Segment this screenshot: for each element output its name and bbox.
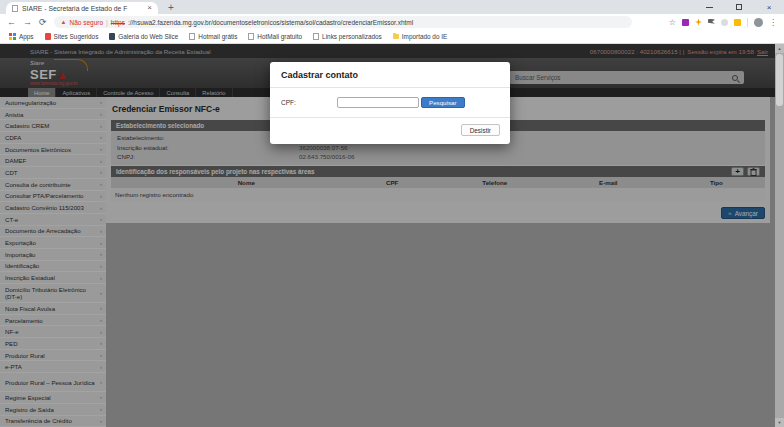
omnibox-separator: | bbox=[106, 19, 108, 26]
folder-icon bbox=[393, 34, 399, 39]
bookmark-star-icon[interactable]: ☆ bbox=[669, 18, 676, 27]
bookmark-label: Importado do IE bbox=[402, 33, 447, 40]
extension-sparkle-icon[interactable] bbox=[695, 19, 702, 26]
bookmark-importado-ie[interactable]: Importado do IE bbox=[393, 33, 447, 40]
scroll-down-icon[interactable]: ▼ bbox=[775, 418, 784, 427]
cpf-form-row: CPF: Pesquisar bbox=[270, 88, 510, 117]
bookmark-galeria-web-slice[interactable]: Galeria do Web Slice bbox=[109, 33, 178, 40]
reload-icon[interactable]: ⟳ bbox=[39, 18, 47, 27]
scroll-up-icon[interactable]: ▲ bbox=[775, 44, 784, 53]
security-warning-label[interactable]: Não seguro bbox=[70, 19, 104, 26]
bookmark-links-personalizados[interactable]: Links personalizados bbox=[313, 33, 382, 40]
cpf-input[interactable] bbox=[337, 97, 419, 108]
cadastrar-contato-modal: Cadastrar contato CPF: Pesquisar Desisti… bbox=[270, 62, 510, 144]
extension-yellow-icon[interactable] bbox=[734, 19, 741, 26]
pesquisar-button[interactable]: Pesquisar bbox=[421, 97, 465, 108]
siare-page: SIARE - Sistema Integrado de Administraç… bbox=[0, 44, 784, 427]
back-icon[interactable]: ← bbox=[7, 18, 16, 27]
modal-footer: Desistir bbox=[270, 118, 510, 144]
bookmark-apps[interactable]: Apps bbox=[9, 33, 34, 40]
restore-icon bbox=[736, 4, 742, 10]
apps-grid-icon bbox=[9, 33, 16, 40]
bookmark-sites-sugeridos[interactable]: Sites Sugeridos bbox=[45, 33, 99, 40]
bookmark-favicon-icon bbox=[109, 33, 115, 40]
bookmark-hotmail-gratuito[interactable]: HotMail gratuito bbox=[248, 33, 302, 40]
minimize-icon bbox=[706, 7, 713, 8]
desistir-button[interactable]: Desistir bbox=[461, 124, 500, 136]
bookmark-label: Hotmail grátis bbox=[198, 33, 237, 40]
url-protocol: https bbox=[111, 19, 125, 26]
bookmark-label: Galeria do Web Slice bbox=[118, 33, 178, 40]
scrollbar-thumb[interactable] bbox=[776, 54, 783, 106]
window-controls: × bbox=[694, 0, 784, 14]
bookmark-label: Links personalizados bbox=[322, 33, 382, 40]
cpf-label: CPF: bbox=[281, 99, 337, 106]
tab-favicon-icon bbox=[12, 5, 18, 12]
browser-menu-icon[interactable]: ⋮ bbox=[769, 18, 777, 27]
browser-address-bar: ← → ⟳ ▲ Não seguro | https://hsuwa2.faze… bbox=[0, 14, 784, 30]
new-tab-button[interactable]: + bbox=[168, 3, 174, 13]
tab-title: SIARE - Secretaria de Estado de F bbox=[22, 5, 143, 12]
window-minimize-button[interactable] bbox=[694, 0, 724, 14]
bookmark-label: HotMail gratuito bbox=[257, 33, 302, 40]
browser-action-icons: ☆ ⋮ bbox=[669, 18, 777, 27]
browser-tab-strip: SIARE - Secretaria de Estado de F × + × bbox=[0, 0, 784, 14]
profile-avatar[interactable] bbox=[754, 18, 763, 27]
tab-close-icon[interactable]: × bbox=[147, 4, 152, 12]
window-close-button[interactable]: × bbox=[754, 0, 784, 14]
forward-icon[interactable]: → bbox=[23, 18, 32, 27]
modal-title: Cadastrar contato bbox=[270, 62, 510, 87]
bookmark-label: Apps bbox=[19, 33, 34, 40]
url-omnibox[interactable]: ▲ Não seguro | https://hsuwa2.fazenda.mg… bbox=[54, 16, 632, 28]
security-warning-icon: ▲ bbox=[61, 19, 67, 25]
bookmark-hotmail-gratis[interactable]: Hotmail grátis bbox=[189, 33, 237, 40]
bookmarks-bar: Apps Sites Sugeridos Galeria do Web Slic… bbox=[0, 30, 784, 44]
bookmark-favicon-icon bbox=[45, 33, 51, 40]
window-restore-button[interactable] bbox=[724, 0, 754, 14]
browser-tab[interactable]: SIARE - Secretaria de Estado de F × bbox=[6, 2, 158, 14]
extension-flag-icon[interactable] bbox=[708, 19, 715, 26]
page-scrollbar[interactable]: ▲ ▼ bbox=[775, 44, 784, 427]
bookmark-page-icon bbox=[189, 33, 195, 40]
bookmark-page-icon bbox=[248, 33, 254, 40]
bookmark-page-icon bbox=[313, 33, 319, 40]
toolbar-divider bbox=[747, 18, 748, 27]
extension-purple-icon[interactable] bbox=[682, 19, 689, 26]
url-text: ://hsuwa2.fazenda.mg.gov.br/documentosel… bbox=[128, 19, 413, 26]
bookmark-label: Sites Sugeridos bbox=[54, 33, 99, 40]
extension-circle-icon[interactable] bbox=[721, 19, 728, 26]
